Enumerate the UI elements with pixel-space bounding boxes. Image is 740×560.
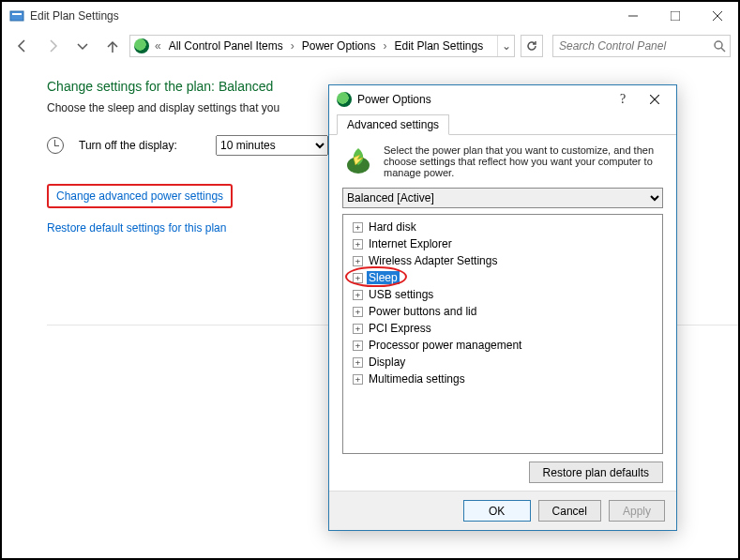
dialog-footer: OK Cancel Apply (329, 491, 676, 530)
tree-item-hard-disk[interactable]: +Hard disk (347, 219, 658, 235)
expand-icon[interactable]: + (353, 222, 363, 233)
recent-dropdown[interactable] (69, 33, 96, 59)
address-bar[interactable]: « All Control Panel Items › Power Option… (129, 35, 515, 57)
svg-rect-3 (671, 11, 680, 21)
dialog-intro: Select the power plan that you want to c… (342, 144, 663, 178)
svg-point-7 (715, 41, 722, 49)
cancel-button[interactable]: Cancel (538, 500, 601, 522)
tree-item-power-buttons-and-lid[interactable]: +Power buttons and lid (347, 303, 658, 320)
svg-rect-0 (10, 11, 23, 21)
dialog-intro-text: Select the power plan that you want to c… (384, 144, 663, 178)
tree-item-pci-express[interactable]: +PCI Express (347, 320, 658, 337)
expand-icon[interactable]: + (353, 324, 363, 334)
forward-button[interactable] (39, 33, 66, 59)
expand-icon[interactable]: + (353, 341, 363, 351)
dialog-close-button[interactable] (639, 87, 671, 112)
search-input[interactable] (553, 39, 709, 53)
settings-tree[interactable]: +Hard disk+Internet Explorer+Wireless Ad… (342, 214, 663, 454)
tree-item-wireless-adapter-settings[interactable]: +Wireless Adapter Settings (347, 252, 658, 269)
dialog-titlebar: Power Options ? (329, 85, 676, 114)
tree-item-multimedia-settings[interactable]: +Multimedia settings (347, 371, 658, 387)
tree-item-usb-settings[interactable]: +USB settings (347, 286, 658, 303)
search-box[interactable] (552, 35, 731, 57)
tree-item-label: Hard disk (367, 220, 418, 234)
chevron-right-icon: › (289, 39, 296, 53)
expand-icon[interactable]: + (353, 307, 363, 317)
expand-icon[interactable]: + (353, 239, 363, 250)
tab-advanced-settings[interactable]: Advanced settings (337, 114, 449, 135)
expand-icon[interactable]: + (353, 357, 363, 368)
power-plan-select[interactable]: Balanced [Active] (342, 188, 663, 208)
expand-icon[interactable]: + (353, 290, 363, 300)
tree-item-internet-explorer[interactable]: +Internet Explorer (347, 235, 658, 252)
refresh-button[interactable] (521, 35, 543, 57)
breadcrumb-root-sep: « (153, 39, 163, 53)
expand-icon[interactable]: + (353, 256, 363, 266)
back-button[interactable] (9, 33, 36, 59)
titlebar: Edit Plan Settings (2, 2, 738, 30)
restore-plan-defaults-button[interactable]: Restore plan defaults (529, 462, 663, 483)
power-options-icon (134, 38, 149, 53)
tree-item-label: PCI Express (367, 322, 433, 335)
nav-row: « All Control Panel Items › Power Option… (2, 30, 738, 62)
control-panel-icon (9, 8, 24, 23)
breadcrumb-item[interactable]: All Control Panel Items (165, 38, 287, 54)
expand-icon[interactable]: + (353, 273, 363, 283)
svg-line-8 (721, 48, 725, 52)
tree-item-label: Display (367, 356, 407, 369)
power-options-dialog: Power Options ? Advanced settings Select… (328, 84, 677, 531)
svg-rect-1 (12, 13, 22, 15)
close-button[interactable] (696, 2, 738, 30)
up-button[interactable] (99, 33, 126, 59)
tree-item-label: Power buttons and lid (367, 305, 478, 318)
restore-defaults-link[interactable]: Restore default settings for this plan (47, 221, 226, 235)
clock-icon (47, 137, 64, 154)
tree-item-sleep[interactable]: +Sleep (347, 269, 658, 286)
expand-icon[interactable]: + (353, 374, 363, 385)
tree-item-label: Multimedia settings (367, 372, 467, 386)
dialog-tabstrip: Advanced settings (329, 114, 676, 135)
search-icon[interactable] (709, 40, 730, 53)
chevron-right-icon: › (381, 39, 388, 53)
power-options-icon (337, 92, 352, 107)
highlight-box: Change advanced power settings (47, 184, 233, 208)
help-button[interactable]: ? (607, 87, 639, 112)
ok-button[interactable]: OK (463, 500, 531, 522)
tree-item-label: Wireless Adapter Settings (367, 254, 499, 267)
tree-item-label: Internet Explorer (367, 237, 454, 250)
dialog-title: Power Options (357, 93, 607, 106)
apply-button[interactable]: Apply (609, 500, 665, 522)
maximize-button[interactable] (654, 2, 696, 30)
breadcrumb-item[interactable]: Edit Plan Settings (390, 38, 487, 54)
breadcrumb-item[interactable]: Power Options (298, 38, 380, 54)
tree-item-label: Processor power management (367, 339, 523, 352)
tree-item-processor-power-management[interactable]: +Processor power management (347, 337, 658, 354)
minimize-button[interactable] (612, 2, 654, 30)
address-dropdown[interactable]: ⌄ (497, 36, 514, 56)
change-advanced-link[interactable]: Change advanced power settings (56, 189, 223, 203)
power-plan-icon (342, 144, 374, 176)
turn-off-display-label: Turn off the display: (79, 139, 201, 152)
tree-item-label: Sleep (367, 271, 400, 284)
tree-item-display[interactable]: +Display (347, 354, 658, 371)
window-title: Edit Plan Settings (30, 9, 612, 23)
turn-off-display-select[interactable]: 10 minutes (216, 135, 328, 156)
tree-item-label: USB settings (367, 288, 435, 301)
